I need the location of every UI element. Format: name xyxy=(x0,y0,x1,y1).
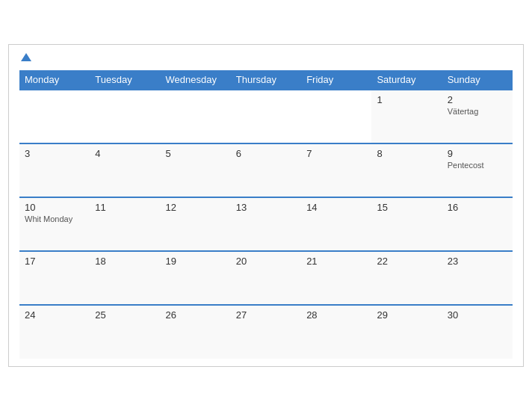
day-number: 15 xyxy=(377,202,436,213)
day-cell: 13 xyxy=(231,197,301,251)
day-cell: 6 xyxy=(231,143,301,197)
day-number: 19 xyxy=(166,256,226,267)
day-cell: 3 xyxy=(19,143,90,197)
day-cell: 14 xyxy=(301,197,371,251)
day-number: 11 xyxy=(95,202,155,213)
day-cell: 28 xyxy=(301,305,371,359)
day-number: 3 xyxy=(25,148,84,159)
day-number: 1 xyxy=(377,94,436,105)
day-number: 17 xyxy=(25,256,84,267)
weekday-header-saturday: Saturday xyxy=(371,70,442,90)
weekday-header-tuesday: Tuesday xyxy=(90,70,160,90)
day-number: 2 xyxy=(448,94,507,105)
day-number: 22 xyxy=(377,256,436,267)
day-number: 24 xyxy=(25,309,84,321)
day-number: 16 xyxy=(448,202,507,213)
day-event: Whit Monday xyxy=(25,214,84,223)
weekday-header-monday: Monday xyxy=(19,70,90,90)
weekday-header-friday: Friday xyxy=(301,70,371,90)
day-number: 7 xyxy=(306,148,366,159)
week-row-3: 17181920212223 xyxy=(19,251,513,305)
weekday-header-wednesday: Wednesday xyxy=(161,70,231,90)
day-cell: 7 xyxy=(301,143,371,197)
day-cell: 12 xyxy=(161,197,231,251)
day-cell: 23 xyxy=(442,251,513,305)
day-cell: 4 xyxy=(90,143,160,197)
calendar-tbody: 12Vätertag3456789Pentecost10Whit Monday1… xyxy=(19,90,513,359)
day-cell xyxy=(231,90,301,143)
day-cell: 18 xyxy=(90,251,160,305)
day-number: 4 xyxy=(95,148,155,159)
day-cell: 29 xyxy=(371,305,442,359)
day-cell: 30 xyxy=(442,305,513,359)
day-number: 29 xyxy=(377,309,436,321)
day-cell: 8 xyxy=(371,143,442,197)
day-number: 9 xyxy=(448,148,507,159)
day-event: Vätertag xyxy=(448,107,507,116)
day-cell: 25 xyxy=(90,305,160,359)
day-cell: 27 xyxy=(231,305,301,359)
day-number: 28 xyxy=(306,309,366,321)
day-cell xyxy=(19,90,90,143)
weekday-header-row: MondayTuesdayWednesdayThursdayFridaySatu… xyxy=(19,70,513,90)
day-number: 27 xyxy=(236,309,296,321)
day-cell: 2Vätertag xyxy=(442,90,513,143)
day-cell: 9Pentecost xyxy=(442,143,513,197)
day-cell: 24 xyxy=(19,305,90,359)
day-cell: 17 xyxy=(19,251,90,305)
week-row-2: 10Whit Monday111213141516 xyxy=(19,197,513,251)
day-cell: 1 xyxy=(371,90,442,143)
day-cell: 11 xyxy=(90,197,160,251)
day-cell: 19 xyxy=(161,251,231,305)
day-cell: 5 xyxy=(161,143,231,197)
day-cell: 15 xyxy=(371,197,442,251)
day-number: 18 xyxy=(95,256,155,267)
week-row-0: 12Vätertag xyxy=(19,90,513,143)
day-cell xyxy=(161,90,231,143)
day-number: 5 xyxy=(166,148,226,159)
day-number: 26 xyxy=(166,309,226,321)
day-event: Pentecost xyxy=(448,161,507,170)
day-number: 13 xyxy=(236,202,296,213)
calendar-thead: MondayTuesdayWednesdayThursdayFridaySatu… xyxy=(19,70,513,90)
day-number: 23 xyxy=(448,256,507,267)
day-number: 8 xyxy=(377,148,436,159)
day-cell: 22 xyxy=(371,251,442,305)
day-cell: 16 xyxy=(442,197,513,251)
weekday-header-sunday: Sunday xyxy=(442,70,513,90)
day-cell xyxy=(90,90,160,143)
day-number: 6 xyxy=(236,148,296,159)
calendar-table: MondayTuesdayWednesdayThursdayFridaySatu… xyxy=(19,70,513,359)
day-number: 10 xyxy=(25,202,84,213)
day-number: 12 xyxy=(166,202,226,213)
calendar: MondayTuesdayWednesdayThursdayFridaySatu… xyxy=(8,44,524,367)
day-cell: 26 xyxy=(161,305,231,359)
logo xyxy=(19,52,31,64)
logo-triangle-icon xyxy=(21,53,31,61)
weekday-header-thursday: Thursday xyxy=(231,70,301,90)
day-number: 30 xyxy=(448,309,507,321)
day-cell: 20 xyxy=(231,251,301,305)
calendar-header xyxy=(19,52,513,64)
week-row-1: 3456789Pentecost xyxy=(19,143,513,197)
week-row-4: 24252627282930 xyxy=(19,305,513,359)
day-number: 21 xyxy=(306,256,366,267)
day-cell: 21 xyxy=(301,251,371,305)
day-number: 20 xyxy=(236,256,296,267)
day-number: 14 xyxy=(306,202,366,213)
day-cell xyxy=(301,90,371,143)
day-cell: 10Whit Monday xyxy=(19,197,90,251)
day-number: 25 xyxy=(95,309,155,321)
